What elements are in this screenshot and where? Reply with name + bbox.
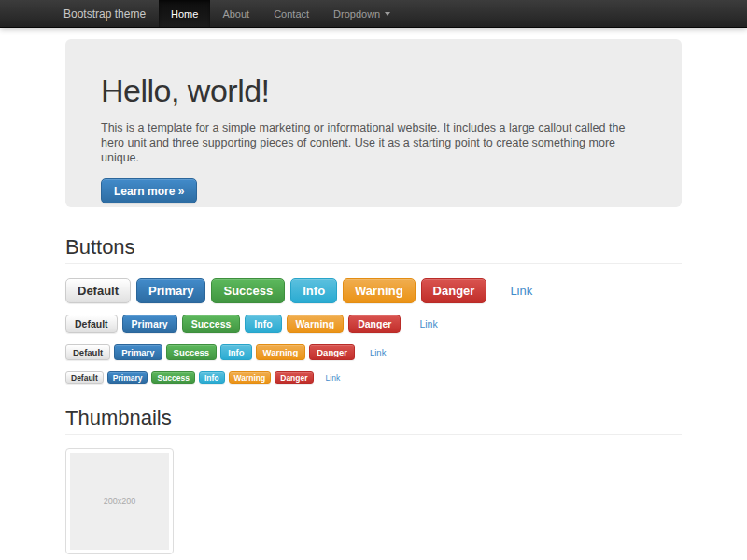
button-row-xs: DefaultPrimarySuccessInfoWarningDangerLi… [65, 371, 682, 384]
nav-item-label: About [222, 8, 249, 20]
primary-button-sm[interactable]: Primary [114, 344, 162, 360]
success-button-sm[interactable]: Success [166, 344, 218, 360]
thumbnails-heading: Thumbnails [65, 408, 682, 435]
thumbnail-placeholder-image: 200x200 [70, 453, 169, 550]
warning-button-md[interactable]: Warning [287, 315, 345, 333]
link-button-xs[interactable]: Link [320, 371, 346, 384]
nav-item-home[interactable]: Home [159, 0, 210, 27]
thumbnail[interactable]: 200x200 [65, 448, 174, 554]
warning-button-xs[interactable]: Warning [229, 371, 272, 384]
link-button-md[interactable]: Link [410, 315, 446, 333]
info-button-md[interactable]: Info [245, 315, 281, 333]
default-button-xs[interactable]: Default [65, 371, 104, 384]
primary-button-md[interactable]: Primary [122, 315, 177, 333]
button-row-md: DefaultPrimarySuccessInfoWarningDangerLi… [65, 315, 682, 333]
info-button-sm[interactable]: Info [220, 344, 251, 360]
danger-button-lg[interactable]: Danger [421, 278, 487, 303]
hero-title: Hello, world! [101, 73, 646, 109]
button-rows: DefaultPrimarySuccessInfoWarningDangerLi… [65, 278, 682, 384]
navbar: Bootstrap theme Home About Contact Dropd… [0, 0, 747, 28]
danger-button-xs[interactable]: Danger [275, 371, 313, 384]
danger-button-md[interactable]: Danger [348, 315, 401, 333]
buttons-heading: Buttons [65, 237, 682, 264]
nav-item-label: Home [171, 8, 198, 20]
placeholder-label: 200x200 [104, 497, 136, 506]
link-button-sm[interactable]: Link [362, 344, 393, 360]
nav-item-dropdown[interactable]: Dropdown [321, 0, 402, 27]
navbar-brand[interactable]: Bootstrap theme [63, 0, 159, 27]
info-button-lg[interactable]: Info [290, 278, 337, 303]
primary-button-xs[interactable]: Primary [107, 371, 148, 384]
primary-button-lg[interactable]: Primary [136, 278, 205, 303]
nav-item-about[interactable]: About [210, 0, 261, 27]
success-button-xs[interactable]: Success [151, 371, 195, 384]
button-row-lg: DefaultPrimarySuccessInfoWarningDangerLi… [65, 278, 682, 303]
info-button-xs[interactable]: Info [199, 371, 225, 384]
navbar-menu: Home About Contact Dropdown [159, 0, 402, 27]
nav-item-label: Dropdown [333, 8, 380, 20]
default-button-lg[interactable]: Default [65, 278, 131, 303]
hero: Hello, world! This is a template for a s… [65, 39, 682, 207]
success-button-md[interactable]: Success [182, 315, 241, 333]
button-row-sm: DefaultPrimarySuccessInfoWarningDangerLi… [65, 344, 682, 360]
warning-button-sm[interactable]: Warning [256, 344, 306, 360]
default-button-sm[interactable]: Default [65, 344, 110, 360]
warning-button-lg[interactable]: Warning [343, 278, 416, 303]
nav-item-label: Contact [274, 8, 309, 20]
main-content: Hello, world! This is a template for a s… [65, 39, 682, 554]
link-button-lg[interactable]: Link [498, 278, 544, 303]
danger-button-sm[interactable]: Danger [309, 344, 355, 360]
hero-description: This is a template for a simple marketin… [101, 120, 646, 165]
learn-more-button[interactable]: Learn more » [101, 178, 197, 203]
success-button-lg[interactable]: Success [211, 278, 285, 303]
nav-item-contact[interactable]: Contact [261, 0, 321, 27]
caret-down-icon [385, 12, 390, 16]
default-button-md[interactable]: Default [65, 315, 118, 333]
